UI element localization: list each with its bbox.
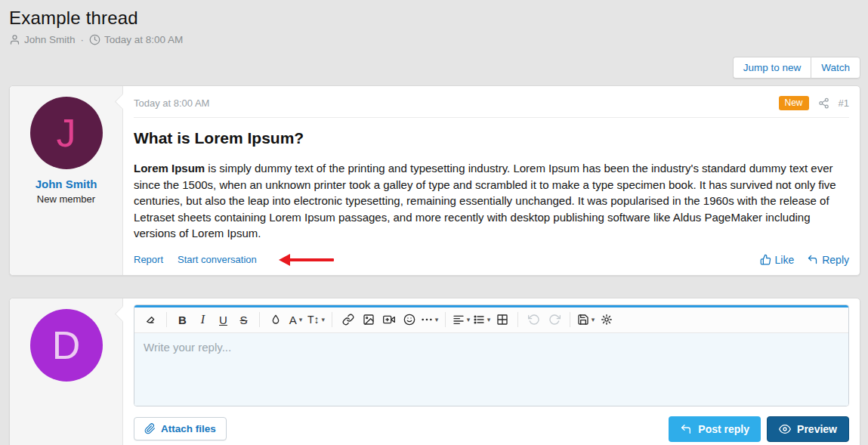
reply-arrow-icon [807,254,818,265]
thread-meta: John Smith · Today at 8:00 AM [9,34,860,45]
annotation-arrow-icon [279,254,335,266]
post-author-title: New member [14,193,118,205]
alignment-icon[interactable]: ▾ [451,311,471,329]
toolbar-separator [445,312,446,327]
thumbs-up-icon [760,254,771,265]
avatar[interactable]: J [30,97,103,169]
post-body: Lorem Ipsum is simply dummy text of the … [134,160,849,242]
reply-label: Reply [822,254,849,266]
eye-icon [779,423,791,435]
undo-icon[interactable] [524,311,544,329]
post-footer-right: Like Reply [760,254,849,266]
page-title: Example thread [9,8,860,29]
editor-submit-buttons: Post reply Preview [669,416,849,442]
chevron-down-icon: ▾ [487,316,491,323]
editor-content-cell: B I U S A▾ T↕▾ [123,298,860,445]
thread-actions-group: Jump to new Watch [733,57,860,79]
user-icon [9,34,20,45]
insert-media-icon[interactable] [378,311,399,329]
toolbar-separator [517,312,518,327]
toolbar-separator [259,312,260,327]
reply-input[interactable]: Write your reply... [134,333,848,406]
reply-arrow-icon [680,423,692,435]
smilies-icon[interactable] [399,311,419,329]
insert-image-icon[interactable] [358,311,378,329]
post-footer: Report Start conversation Like Reply [134,254,849,266]
settings-icon[interactable] [596,311,616,329]
post-content-cell: Today at 8:00 AM New #1 What is Lorem Ip… [123,86,860,275]
clock-icon [89,34,100,45]
insert-table-icon[interactable] [492,311,512,329]
like-label: Like [775,254,795,266]
paperclip-icon [144,423,156,434]
font-family-icon[interactable]: A▾ [286,311,306,329]
editor-user-cell: D [10,298,123,445]
editor-toolbar: B I U S A▾ T↕▾ [134,307,848,333]
post-number-link[interactable]: #1 [839,97,849,109]
post-body-lead: Lorem Ipsum [134,162,205,175]
bold-icon[interactable]: B [172,311,193,329]
thread-actions: Jump to new Watch [9,57,860,79]
thread-author[interactable]: John Smith [24,34,76,45]
reply-button[interactable]: Reply [807,254,849,266]
text-color-icon[interactable] [265,311,286,329]
reply-editor-card: D B I U S A▾ [9,298,860,445]
post-card: J John Smith New member Today at 8:00 AM… [9,85,860,276]
post-reply-label: Post reply [698,423,749,435]
editor-footer: Attach files Post reply Preview [134,416,849,442]
post-footer-left: Report Start conversation [134,254,335,266]
report-link[interactable]: Report [134,254,163,265]
thread-timestamp: Today at 8:00 AM [104,34,183,45]
post-author-link[interactable]: John Smith [14,178,118,190]
insert-link-icon[interactable] [338,311,358,329]
chevron-down-icon: ▾ [435,316,439,323]
toolbar-separator [570,312,570,327]
underline-icon[interactable]: U [213,311,233,329]
drafts-icon[interactable]: ▾ [576,311,596,329]
attach-files-label: Attach files [161,423,216,434]
chevron-down-icon: ▾ [299,316,303,323]
thread-page: Example thread John Smith · Today at 8:0… [0,0,868,445]
more-options-icon[interactable]: ▾ [419,311,440,329]
chevron-down-icon: ▾ [467,316,471,323]
post-timestamp[interactable]: Today at 8:00 AM [134,97,209,109]
chevron-down-icon: ▾ [592,316,595,323]
toolbar-separator [166,312,167,327]
start-conversation-link[interactable]: Start conversation [178,254,257,265]
rich-text-editor: B I U S A▾ T↕▾ [134,304,849,406]
list-icon[interactable]: ▾ [471,311,492,329]
preview-button[interactable]: Preview [767,416,849,442]
post-title: What is Lorem Ipsum? [134,129,849,147]
share-icon[interactable] [818,97,829,109]
strikethrough-icon[interactable]: S [233,311,254,329]
post-header-right: New #1 [779,96,849,110]
font-size-icon[interactable]: T↕▾ [306,311,326,329]
chevron-down-icon: ▾ [322,316,326,323]
watch-button[interactable]: Watch [811,57,860,79]
new-badge: New [779,96,809,110]
like-button[interactable]: Like [760,254,795,266]
redo-icon[interactable] [544,311,564,329]
toolbar-separator [332,312,332,327]
preview-label: Preview [797,423,837,435]
post-body-text: is simply dummy text of the printing and… [134,162,836,239]
jump-to-new-button[interactable]: Jump to new [733,57,811,79]
current-user-avatar[interactable]: D [30,309,103,382]
post-reply-button[interactable]: Post reply [669,416,761,442]
italic-icon[interactable]: I [193,311,213,329]
meta-separator: · [81,34,85,45]
attach-files-button[interactable]: Attach files [134,417,227,440]
remove-formatting-icon[interactable] [141,311,161,329]
post-user-cell: J John Smith New member [10,86,123,275]
post-header: Today at 8:00 AM New #1 [134,92,849,118]
